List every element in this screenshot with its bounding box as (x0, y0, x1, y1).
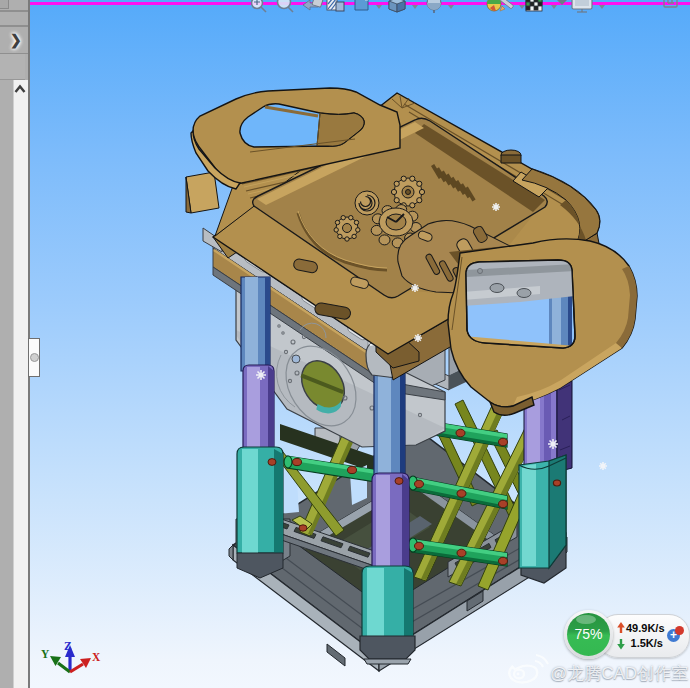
svg-text:X: X (92, 651, 101, 663)
svg-text:Z: Z (64, 640, 72, 652)
svg-text:Y: Y (41, 648, 50, 660)
